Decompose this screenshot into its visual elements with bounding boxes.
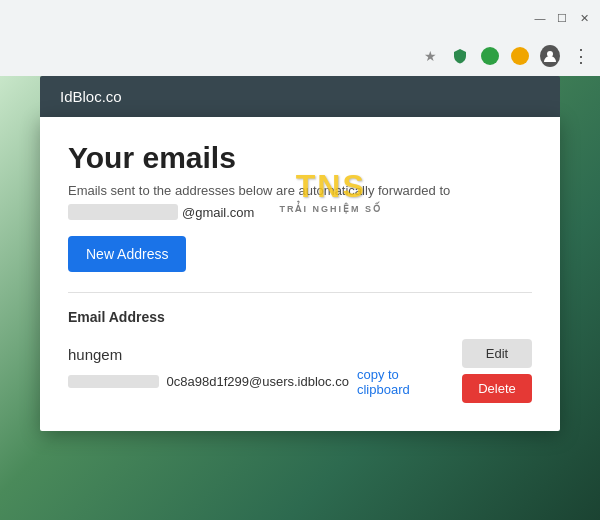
modal-container: IdBloc.co Your emails Emails sent to the… (40, 76, 560, 431)
email-blurred-prefix (68, 204, 178, 220)
section-divider (68, 292, 532, 293)
maximize-button[interactable]: ☐ (554, 10, 570, 26)
email-entry-left: hungem 0c8a98d1f299@users.idbloc.co copy… (68, 346, 446, 397)
browser-toolbar: ★ ⋮ (0, 36, 600, 76)
email-entry: hungem 0c8a98d1f299@users.idbloc.co copy… (68, 339, 532, 403)
edit-button[interactable]: Edit (462, 339, 532, 368)
app-title: IdBloc.co (60, 88, 122, 105)
section-label: Email Address (68, 309, 532, 325)
shield-icon[interactable] (450, 46, 470, 66)
bookmark-icon[interactable]: ★ (420, 46, 440, 66)
app-header: IdBloc.co (40, 76, 560, 117)
toolbar-icons: ★ ⋮ (420, 46, 590, 66)
browser-chrome: — ☐ ✕ ★ (0, 0, 600, 77)
delete-button[interactable]: Delete (462, 374, 532, 403)
email-address-row: 0c8a98d1f299@users.idbloc.co copy to cli… (68, 367, 446, 397)
more-options-icon[interactable]: ⋮ (570, 46, 590, 66)
record-icon[interactable] (480, 46, 500, 66)
modal-body: Your emails Emails sent to the addresses… (40, 117, 560, 431)
profile-icon[interactable] (540, 46, 560, 66)
tns-watermark: TNS TRẢI NGHIỆM SỐ (280, 170, 383, 214)
email-domain: @gmail.com (182, 205, 254, 220)
extension-icon[interactable] (510, 46, 530, 66)
close-button[interactable]: ✕ (576, 10, 592, 26)
tns-logo: TNS (296, 170, 366, 202)
tns-tagline: TRẢI NGHIỆM SỐ (280, 204, 383, 214)
copy-clipboard-link[interactable]: copy to clipboard (357, 367, 446, 397)
email-addr-blurred (68, 375, 159, 388)
entry-actions: Edit Delete (462, 339, 532, 403)
browser-titlebar: — ☐ ✕ (0, 0, 600, 36)
new-address-button[interactable]: New Address (68, 236, 186, 272)
minimize-button[interactable]: — (532, 10, 548, 26)
email-address: 0c8a98d1f299@users.idbloc.co (167, 374, 349, 389)
email-name: hungem (68, 346, 446, 363)
